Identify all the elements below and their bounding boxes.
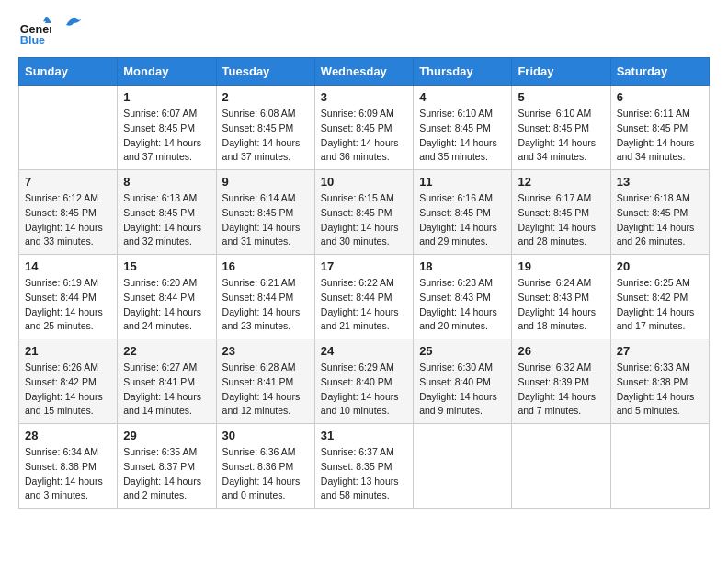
day-cell [512,424,610,509]
day-number: 3 [321,90,407,104]
day-detail: Sunrise: 6:10 AM Sunset: 8:45 PM Dayligh… [518,107,604,165]
logo-bird-icon [64,14,85,34]
day-cell: 24Sunrise: 6:29 AM Sunset: 8:40 PM Dayli… [314,339,413,424]
day-detail: Sunrise: 6:10 AM Sunset: 8:45 PM Dayligh… [419,107,506,165]
week-row-4: 21Sunrise: 6:26 AM Sunset: 8:42 PM Dayli… [19,339,710,424]
day-cell: 31Sunrise: 6:37 AM Sunset: 8:35 PM Dayli… [314,424,413,509]
calendar-header-row: SundayMondayTuesdayWednesdayThursdayFrid… [19,58,710,86]
day-number: 1 [123,90,210,104]
header-saturday: Saturday [610,58,709,86]
day-cell: 19Sunrise: 6:24 AM Sunset: 8:43 PM Dayli… [512,255,610,339]
day-cell: 28Sunrise: 6:34 AM Sunset: 8:38 PM Dayli… [19,424,118,509]
calendar-table: SundayMondayTuesdayWednesdayThursdayFrid… [18,57,710,509]
header-friday: Friday [512,58,610,86]
logo: General Blue [18,15,85,48]
day-number: 21 [25,344,111,358]
day-detail: Sunrise: 6:32 AM Sunset: 8:39 PM Dayligh… [518,361,604,419]
day-cell: 1Sunrise: 6:07 AM Sunset: 8:45 PM Daylig… [118,86,216,170]
day-number: 12 [518,175,604,189]
day-cell: 12Sunrise: 6:17 AM Sunset: 8:45 PM Dayli… [512,170,610,255]
day-cell: 27Sunrise: 6:33 AM Sunset: 8:38 PM Dayli… [610,339,709,424]
day-detail: Sunrise: 6:36 AM Sunset: 8:36 PM Dayligh… [222,445,309,503]
day-number: 14 [25,259,111,273]
day-cell: 8Sunrise: 6:13 AM Sunset: 8:45 PM Daylig… [118,170,216,255]
day-detail: Sunrise: 6:14 AM Sunset: 8:45 PM Dayligh… [222,191,309,249]
day-number: 11 [419,175,506,189]
day-detail: Sunrise: 6:16 AM Sunset: 8:45 PM Dayligh… [419,191,506,249]
day-detail: Sunrise: 6:25 AM Sunset: 8:42 PM Dayligh… [617,276,703,334]
day-cell: 7Sunrise: 6:12 AM Sunset: 8:45 PM Daylig… [19,170,118,255]
day-detail: Sunrise: 6:19 AM Sunset: 8:44 PM Dayligh… [25,276,111,334]
day-cell: 22Sunrise: 6:27 AM Sunset: 8:41 PM Dayli… [118,339,216,424]
day-detail: Sunrise: 6:37 AM Sunset: 8:35 PM Dayligh… [321,445,407,503]
day-cell: 6Sunrise: 6:11 AM Sunset: 8:45 PM Daylig… [610,86,709,170]
day-detail: Sunrise: 6:12 AM Sunset: 8:45 PM Dayligh… [25,191,111,249]
day-number: 27 [617,344,703,358]
week-row-2: 7Sunrise: 6:12 AM Sunset: 8:45 PM Daylig… [19,170,710,255]
day-detail: Sunrise: 6:30 AM Sunset: 8:40 PM Dayligh… [419,361,506,419]
day-detail: Sunrise: 6:08 AM Sunset: 8:45 PM Dayligh… [222,107,309,165]
day-cell [610,424,709,509]
day-number: 13 [617,175,703,189]
day-detail: Sunrise: 6:35 AM Sunset: 8:37 PM Dayligh… [123,445,210,503]
day-detail: Sunrise: 6:13 AM Sunset: 8:45 PM Dayligh… [123,191,210,249]
day-detail: Sunrise: 6:29 AM Sunset: 8:40 PM Dayligh… [321,361,407,419]
day-number: 10 [321,175,407,189]
week-row-5: 28Sunrise: 6:34 AM Sunset: 8:38 PM Dayli… [19,424,710,509]
day-detail: Sunrise: 6:22 AM Sunset: 8:44 PM Dayligh… [321,276,407,334]
header-monday: Monday [118,58,216,86]
day-detail: Sunrise: 6:07 AM Sunset: 8:45 PM Dayligh… [123,107,210,165]
day-cell: 14Sunrise: 6:19 AM Sunset: 8:44 PM Dayli… [19,255,118,339]
day-number: 18 [419,259,506,273]
day-cell: 29Sunrise: 6:35 AM Sunset: 8:37 PM Dayli… [118,424,216,509]
day-detail: Sunrise: 6:21 AM Sunset: 8:44 PM Dayligh… [222,276,309,334]
day-cell: 16Sunrise: 6:21 AM Sunset: 8:44 PM Dayli… [216,255,314,339]
day-cell [19,86,118,170]
day-number: 19 [518,259,604,273]
day-cell: 15Sunrise: 6:20 AM Sunset: 8:44 PM Dayli… [118,255,216,339]
day-number: 26 [518,344,604,358]
day-detail: Sunrise: 6:24 AM Sunset: 8:43 PM Dayligh… [518,276,604,334]
day-cell: 2Sunrise: 6:08 AM Sunset: 8:45 PM Daylig… [216,86,314,170]
day-cell: 21Sunrise: 6:26 AM Sunset: 8:42 PM Dayli… [19,339,118,424]
svg-text:Blue: Blue [20,34,45,47]
day-cell: 30Sunrise: 6:36 AM Sunset: 8:36 PM Dayli… [216,424,314,509]
day-number: 17 [321,259,407,273]
logo-icon: General Blue [18,15,51,48]
day-cell: 18Sunrise: 6:23 AM Sunset: 8:43 PM Dayli… [414,255,512,339]
day-cell: 17Sunrise: 6:22 AM Sunset: 8:44 PM Dayli… [314,255,413,339]
day-cell: 4Sunrise: 6:10 AM Sunset: 8:45 PM Daylig… [414,86,512,170]
day-number: 5 [518,90,604,104]
day-cell: 3Sunrise: 6:09 AM Sunset: 8:45 PM Daylig… [314,86,413,170]
day-detail: Sunrise: 6:23 AM Sunset: 8:43 PM Dayligh… [419,276,506,334]
day-number: 4 [419,90,506,104]
day-number: 25 [419,344,506,358]
day-cell: 26Sunrise: 6:32 AM Sunset: 8:39 PM Dayli… [512,339,610,424]
page-header: General Blue [18,15,710,48]
header-wednesday: Wednesday [314,58,413,86]
day-number: 23 [222,344,309,358]
day-cell: 20Sunrise: 6:25 AM Sunset: 8:42 PM Dayli… [610,255,709,339]
day-cell: 5Sunrise: 6:10 AM Sunset: 8:45 PM Daylig… [512,86,610,170]
day-number: 16 [222,259,309,273]
day-detail: Sunrise: 6:34 AM Sunset: 8:38 PM Dayligh… [25,445,111,503]
day-number: 7 [25,175,111,189]
header-tuesday: Tuesday [216,58,314,86]
day-detail: Sunrise: 6:20 AM Sunset: 8:44 PM Dayligh… [123,276,210,334]
header-thursday: Thursday [414,58,512,86]
day-cell: 9Sunrise: 6:14 AM Sunset: 8:45 PM Daylig… [216,170,314,255]
day-cell: 25Sunrise: 6:30 AM Sunset: 8:40 PM Dayli… [414,339,512,424]
day-number: 30 [222,429,309,442]
day-cell: 13Sunrise: 6:18 AM Sunset: 8:45 PM Dayli… [610,170,709,255]
week-row-1: 1Sunrise: 6:07 AM Sunset: 8:45 PM Daylig… [19,86,710,170]
day-cell: 10Sunrise: 6:15 AM Sunset: 8:45 PM Dayli… [314,170,413,255]
header-sunday: Sunday [19,58,118,86]
day-detail: Sunrise: 6:11 AM Sunset: 8:45 PM Dayligh… [617,107,703,165]
day-number: 6 [617,90,703,104]
day-number: 24 [321,344,407,358]
day-detail: Sunrise: 6:18 AM Sunset: 8:45 PM Dayligh… [617,191,703,249]
day-number: 22 [123,344,210,358]
day-cell: 11Sunrise: 6:16 AM Sunset: 8:45 PM Dayli… [414,170,512,255]
day-number: 28 [25,429,111,442]
day-detail: Sunrise: 6:26 AM Sunset: 8:42 PM Dayligh… [25,361,111,419]
